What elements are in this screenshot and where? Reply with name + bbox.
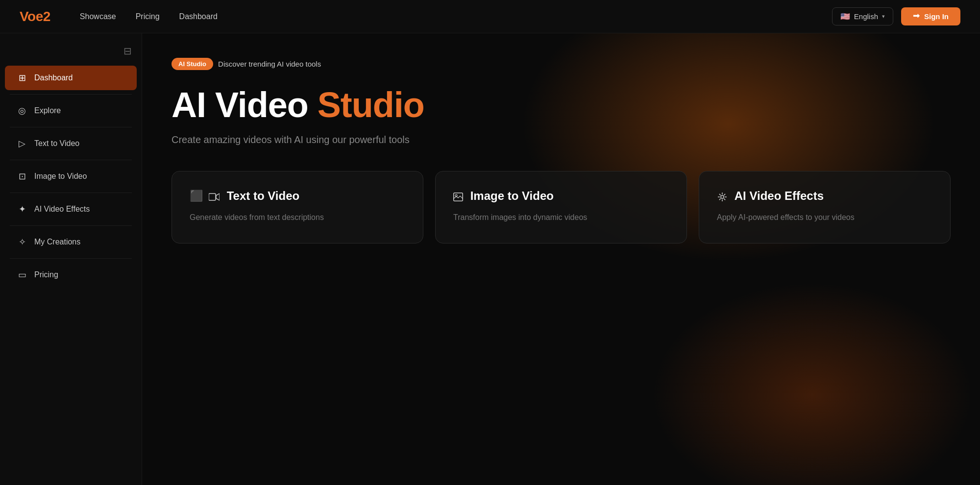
content-inner: AI Studio Discover trending AI video too… bbox=[142, 33, 980, 268]
hero-subtitle: Create amazing videos with AI using our … bbox=[172, 134, 951, 146]
sidebar-divider-2 bbox=[10, 127, 132, 127]
sidebar-toggle[interactable]: ⊟ bbox=[0, 41, 142, 65]
hero-title-orange: Studio bbox=[318, 85, 424, 124]
sidebar-item-dashboard[interactable]: Dashboard bbox=[5, 66, 137, 90]
sidebar-item-label: Explore bbox=[34, 106, 61, 115]
sidebar-item-image-to-video[interactable]: Image to Video bbox=[5, 164, 137, 189]
card-image-to-video[interactable]: Image to Video Transform images into dyn… bbox=[435, 171, 687, 243]
nav-dashboard[interactable]: Dashboard bbox=[179, 12, 218, 21]
sidebar-divider bbox=[10, 94, 132, 95]
studio-badge: AI Studio Discover trending AI video too… bbox=[172, 58, 321, 70]
card-description: Apply AI-powered effects to your videos bbox=[717, 212, 932, 223]
language-label: English bbox=[854, 12, 878, 21]
card-description: Transform images into dynamic videos bbox=[453, 212, 669, 223]
sidebar-item-label: AI Video Effects bbox=[34, 205, 90, 214]
sidebar-item-explore[interactable]: Explore bbox=[5, 98, 137, 123]
signin-label: Sign In bbox=[924, 12, 949, 21]
explore-icon bbox=[17, 105, 27, 116]
card-ai-video-effects[interactable]: AI Video Effects Apply AI-powered effect… bbox=[699, 171, 951, 243]
nav-showcase[interactable]: Showcase bbox=[80, 12, 116, 21]
sidebar-item-ai-video-effects[interactable]: AI Video Effects bbox=[5, 197, 137, 221]
nav-right: 🇺🇸 English ▾ ⮕ Sign In bbox=[832, 7, 960, 25]
pricing-icon bbox=[17, 269, 27, 280]
sidebar-item-label: My Creations bbox=[34, 238, 80, 246]
sidebar-item-text-to-video[interactable]: Text to Video bbox=[5, 131, 137, 156]
svg-point-12 bbox=[721, 195, 724, 198]
card-text-to-video[interactable]: ⬛ Text to Video Generate videos from tex… bbox=[172, 171, 423, 243]
feature-cards: ⬛ Text to Video Generate videos from tex… bbox=[172, 171, 951, 243]
hero-title: AI Video Studio bbox=[172, 86, 951, 124]
chevron-down-icon: ▾ bbox=[882, 13, 885, 20]
svg-marker-1 bbox=[216, 194, 220, 200]
card-header: AI Video Effects bbox=[717, 189, 932, 203]
hero-title-white: AI Video bbox=[172, 85, 308, 124]
svg-line-9 bbox=[724, 198, 725, 200]
card-header: Image to Video bbox=[453, 189, 669, 203]
sidebar-item-label: Text to Video bbox=[34, 139, 79, 148]
logo[interactable]: Voe2 bbox=[20, 9, 50, 24]
navbar: Voe2 Showcase Pricing Dashboard 🇺🇸 Engli… bbox=[0, 0, 980, 33]
panel-toggle-icon[interactable]: ⊟ bbox=[123, 45, 132, 57]
card-header: ⬛ Text to Video bbox=[190, 189, 405, 203]
flag-icon: 🇺🇸 bbox=[840, 12, 850, 21]
language-selector[interactable]: 🇺🇸 English ▾ bbox=[832, 7, 893, 25]
card-title: AI Video Effects bbox=[717, 189, 824, 203]
svg-rect-0 bbox=[209, 194, 216, 200]
sidebar-divider-6 bbox=[10, 258, 132, 259]
sidebar-item-my-creations[interactable]: My Creations bbox=[5, 230, 137, 254]
dashboard-icon bbox=[17, 73, 27, 83]
image-to-video-icon bbox=[17, 171, 27, 182]
creations-icon bbox=[17, 237, 27, 247]
card-title: Image to Video bbox=[453, 189, 554, 203]
badge-pill: AI Studio bbox=[172, 58, 213, 70]
nav-links: Showcase Pricing Dashboard bbox=[80, 12, 832, 21]
sidebar-item-label: Image to Video bbox=[34, 172, 87, 181]
sidebar-item-pricing[interactable]: Pricing bbox=[5, 263, 137, 287]
text-to-video-icon bbox=[17, 138, 27, 149]
card-title: Text to Video bbox=[209, 189, 299, 203]
main-content: AI Studio Discover trending AI video too… bbox=[142, 33, 980, 485]
svg-line-8 bbox=[719, 194, 721, 195]
effects-icon bbox=[17, 204, 27, 215]
svg-line-10 bbox=[724, 194, 725, 195]
card-description: Generate videos from text descriptions bbox=[190, 212, 405, 223]
sidebar-divider-4 bbox=[10, 193, 132, 193]
sidebar-divider-5 bbox=[10, 225, 132, 226]
sidebar-item-label: Dashboard bbox=[34, 73, 73, 82]
signin-icon: ⮕ bbox=[913, 12, 920, 21]
signin-button[interactable]: ⮕ Sign In bbox=[901, 7, 960, 25]
badge-description: Discover trending AI video tools bbox=[218, 60, 321, 68]
video-camera-icon: ⬛ bbox=[190, 190, 203, 202]
nav-pricing[interactable]: Pricing bbox=[136, 12, 160, 21]
sidebar: ⊟ Dashboard Explore Text to Video Image … bbox=[0, 33, 142, 485]
main-layout: ⊟ Dashboard Explore Text to Video Image … bbox=[0, 33, 980, 485]
sidebar-divider-3 bbox=[10, 160, 132, 160]
sidebar-item-label: Pricing bbox=[34, 270, 58, 279]
svg-line-11 bbox=[719, 198, 721, 200]
